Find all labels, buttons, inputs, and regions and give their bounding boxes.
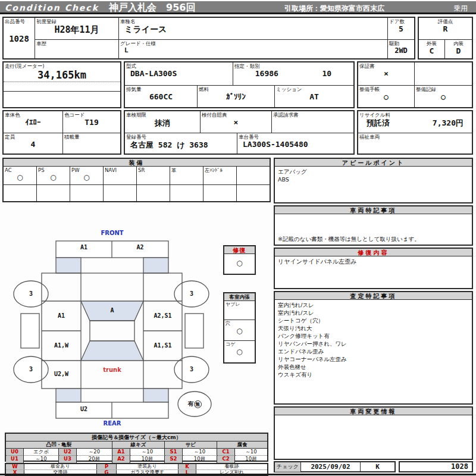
- fuel-label: 燃料: [198, 86, 274, 92]
- legend-group-scratch: 線キズ: [112, 441, 165, 449]
- assessment-line: 室内汚れ/スレ: [278, 301, 469, 309]
- assessment-line: 外装色褪せ: [278, 363, 469, 371]
- check-lot-box: 1028: [399, 461, 473, 472]
- legend-code: C2: [217, 456, 235, 463]
- color-code-cell: 色コード T19: [63, 111, 120, 133]
- panel-bottom-left: U2: [56, 406, 112, 412]
- equipment-empty: [237, 185, 270, 201]
- legend-value: ～10: [24, 456, 59, 463]
- equipment-label: SR: [137, 167, 170, 173]
- chassis-label: 車台番号: [237, 133, 353, 140]
- changes-section: 車両変更情報: [274, 406, 473, 460]
- trunk-label: trunk: [81, 367, 143, 373]
- lining-tear-label: ヤブレ: [224, 301, 255, 308]
- check-inspector-cell: K: [361, 462, 394, 472]
- drive-label: 駆動: [388, 40, 414, 46]
- spare-none-circled: 無: [194, 400, 202, 408]
- doors-label: ドア数: [388, 18, 414, 24]
- exterior-cell: 外装 C: [419, 40, 445, 59]
- score-label: 評価点: [419, 18, 472, 24]
- equipment-label: 左ﾊﾝﾄﾞﾙ: [203, 167, 236, 173]
- interior-lining-title: 客室内張: [224, 293, 255, 301]
- drive-value: 2WD: [388, 46, 414, 55]
- legend-value: ～20: [77, 449, 112, 456]
- appeal-title: アピールポイント: [275, 159, 472, 167]
- assessment-section: 査定特記事項 室内汚れ/スレ 室内汚れ/スレ シートコゲ（穴） 天張り汚れ大 パ…: [274, 291, 473, 405]
- class-value-1: 16986: [255, 69, 278, 78]
- front-label: FRONT: [56, 230, 168, 236]
- legend-code: U2: [59, 449, 77, 456]
- model-code-label: 型式: [125, 62, 233, 69]
- score-value: R: [419, 24, 472, 33]
- lining-hole-mark: ○: [224, 327, 255, 335]
- warranty-box: 保証書 × 整備手帳 ○ 整備記録 ○: [357, 61, 473, 108]
- pickup-location: 引取場所：愛知県弥富市西末広: [284, 4, 384, 14]
- warranty-label: 保証書: [358, 62, 414, 69]
- reg-no-value: 名古屋 582 け 3638: [125, 140, 237, 151]
- wheel-front-left: 3: [23, 290, 39, 297]
- inspection-value: 抹消: [125, 118, 200, 129]
- mileage-value: 34,165km: [4, 69, 120, 81]
- recycle-fee: 7,320円: [433, 118, 464, 129]
- legend-value: 10超: [130, 456, 165, 463]
- equipment-cell-navi: NAVI: [104, 167, 137, 184]
- reg-no-cell: 登録番号 名古屋 582 け 3638: [125, 133, 237, 154]
- recycle-box: リサイクル料 預託済 7,320円 福祉車両: [357, 110, 473, 155]
- color-box: 車体色 ｲｴﾛｰ 色コード T19 定員 4 積載量: [2, 110, 121, 155]
- legend-group-corrosion: 腐食: [217, 441, 267, 449]
- equipment-label: [237, 167, 270, 167]
- assessment-title: 査定特記事項: [275, 292, 472, 300]
- inspection-cell: 車検期限 抹消: [125, 111, 201, 133]
- first-reg-label: 初度登録: [35, 18, 118, 24]
- equipment-cell-ps: PS○: [37, 167, 70, 184]
- check-date: 2025/09/02: [301, 462, 360, 471]
- fuel-value: ｶﾞｿﾘﾝ: [198, 92, 274, 101]
- chassis-value: LA300S-1405480: [237, 140, 353, 149]
- insurance-cell: 検付自賠責 ×: [201, 111, 272, 133]
- approval-label: 承認請求書: [272, 111, 353, 118]
- repair-title: 修復内容: [275, 249, 472, 256]
- legend-title: 損傷記号＆損傷サイズ（～最大cm）: [6, 434, 267, 441]
- spare-tire-indicator: 有無: [180, 400, 209, 408]
- changes-title: 車両変更情報: [275, 408, 472, 415]
- mileage-empty-1: [4, 82, 120, 92]
- doors-value: 5: [388, 24, 414, 33]
- color-code-value: T19: [63, 118, 120, 127]
- wheel-rear-right: 3: [183, 366, 200, 372]
- repair-section: 修復内容 リヤインサイドパネル左歪み: [274, 248, 473, 289]
- doors-cell: ドア数 5: [388, 18, 414, 40]
- assessment-line: シートコゲ（穴）: [278, 317, 469, 324]
- chassis-cell: 車台番号 LA300S-1405480: [237, 133, 353, 154]
- lot-cell: 出品番号 1028: [4, 18, 35, 59]
- equipment-title: 装備: [4, 159, 270, 167]
- legend-code: K: [178, 464, 196, 469]
- approval-cell: 承認請求書: [272, 111, 353, 133]
- maint-rec-value: ○: [415, 92, 472, 101]
- legend-value: 20超: [77, 456, 112, 463]
- welfare-label: 福祉車両: [358, 133, 472, 140]
- legend-code: U1: [6, 456, 24, 463]
- assessment-line: ウスキズ有り: [278, 371, 469, 378]
- check-box: チェック 2025/09/02 K: [274, 461, 396, 472]
- legend-code: P: [97, 464, 117, 469]
- recycle-status: 預託済: [367, 118, 390, 129]
- warranty-value: ×: [358, 69, 414, 78]
- equipment-empty: [70, 185, 104, 201]
- assessment-line: 天張り汚れ大: [278, 324, 469, 332]
- equipment-cell-sr: SR: [137, 167, 170, 184]
- capacity-label: 定員: [4, 133, 62, 140]
- bottom-rule: [0, 474, 476, 475]
- capacity-cell: 定員 4: [4, 133, 63, 154]
- displacement-cell: 排気量 660CC: [125, 86, 198, 107]
- class-value-2: 10: [322, 69, 332, 78]
- inspection-label: 車検期限: [125, 111, 200, 118]
- legend-value: 10超: [183, 456, 217, 463]
- score-cell: 評価点 R: [419, 18, 472, 40]
- appeal-line: ABS: [278, 176, 469, 183]
- reg-no-label: 登録番号: [125, 133, 237, 140]
- mileage-box: 走行(現メーター) 34,165km: [2, 61, 121, 108]
- legend-code: W: [6, 464, 24, 469]
- condition-check-sheet: Condition Check 神戸入札会 956回 引取場所：愛知県弥富市西末…: [0, 0, 476, 476]
- lining-row-tear: ヤブレ: [224, 301, 255, 320]
- check-label-cell: チェック: [275, 462, 301, 472]
